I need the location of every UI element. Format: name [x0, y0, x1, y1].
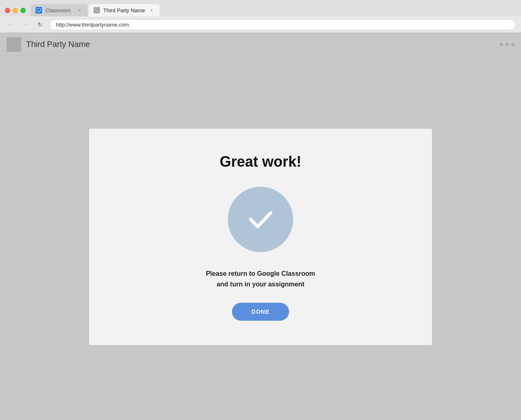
done-button[interactable]: DONE [232, 303, 289, 321]
checkmark-icon [244, 203, 277, 236]
message-line1: Please return to Google Classroom [206, 270, 315, 277]
page-content: Great work! Please return to Google Clas… [0, 56, 521, 418]
close-button[interactable] [5, 8, 10, 13]
app-header: Third Party Name [0, 33, 521, 56]
classroom-tab-close[interactable]: × [76, 7, 83, 13]
message-line2: and turn in your assignment [216, 281, 304, 288]
nav-bar: ← → ↻ http://www.thirdpartyname.com [0, 16, 521, 33]
app-menu[interactable] [500, 43, 514, 46]
tab-classroom[interactable]: Classroom × [31, 4, 88, 16]
title-bar: Classroom × Third Party Name × [0, 0, 521, 16]
completion-card: Great work! Please return to Google Clas… [89, 129, 432, 345]
refresh-icon: ↻ [38, 21, 42, 28]
forward-icon: → [22, 21, 28, 28]
thirdparty-favicon [94, 7, 100, 13]
card-message: Please return to Google Classroom and tu… [206, 268, 315, 289]
tab-thirdparty[interactable]: Third Party Name × [89, 4, 160, 16]
browser-chrome: Classroom × Third Party Name × ← → ↻ htt… [0, 0, 521, 33]
tabs: Classroom × Third Party Name × [31, 4, 516, 16]
address-bar[interactable]: http://www.thirdpartyname.com [49, 19, 516, 30]
classroom-tab-label: Classroom [45, 7, 73, 13]
forward-button[interactable]: → [20, 19, 31, 30]
menu-dot-1 [500, 43, 503, 46]
maximize-button[interactable] [20, 8, 26, 13]
refresh-button[interactable]: ↻ [34, 19, 46, 30]
back-icon: ← [8, 21, 13, 28]
traffic-lights [5, 8, 26, 13]
classroom-favicon [36, 7, 42, 13]
card-title: Great work! [220, 153, 301, 170]
check-circle [228, 187, 293, 252]
svg-rect-0 [37, 9, 41, 11]
menu-dot-3 [511, 43, 514, 46]
thirdparty-tab-label: Third Party Name [103, 7, 145, 13]
minimize-button[interactable] [13, 8, 18, 13]
thirdparty-tab-close[interactable]: × [148, 7, 155, 13]
app-logo [7, 37, 21, 52]
menu-dot-2 [505, 43, 509, 46]
app-title: Third Party Name [26, 40, 500, 49]
back-button[interactable]: ← [5, 19, 16, 30]
